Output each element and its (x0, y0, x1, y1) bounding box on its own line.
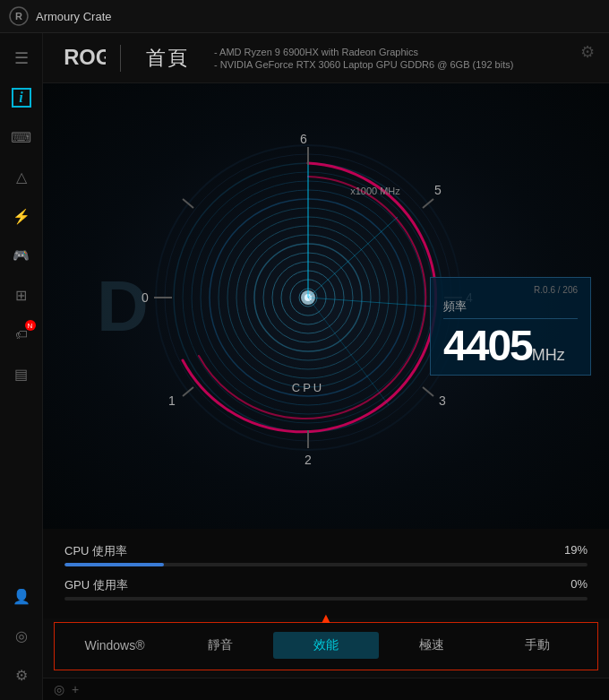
profile-icon: 👤 (13, 588, 30, 605)
freq-label: 頻率 (443, 298, 578, 319)
gauge-container: 6 5 4 3 2 1 0 x1000 MHz CPU (138, 127, 478, 468)
freq-value: 4405MHz (443, 324, 578, 367)
mode-tab-manual[interactable]: 手動 (485, 632, 590, 659)
sidebar-item-menu[interactable]: ☰ (4, 40, 39, 76)
freq-box-info: R.0.6 / 206 (534, 285, 578, 295)
info-icon: i (12, 88, 31, 108)
content-area: ROG 首頁 - AMD Ryzen 9 6900HX with Radeon … (43, 33, 609, 700)
svg-text:ROG: ROG (64, 45, 106, 69)
sidebar-item-aura[interactable]: △ (4, 159, 39, 194)
spec-cpu: - AMD Ryzen 9 6900HX with Radeon Graphic… (214, 47, 513, 57)
main-layout: ☰ i ⌨ △ ⚡ 🎮 ⊞ 🏷 N ▤ 👤 (0, 33, 609, 700)
sidebar-item-scenario[interactable]: ▤ (4, 356, 39, 392)
svg-text:x1000 MHz: x1000 MHz (350, 186, 400, 196)
aura-icon: △ (16, 169, 27, 186)
svg-text:CPU: CPU (292, 381, 324, 394)
sidebar-item-add[interactable]: ◎ (4, 618, 39, 653)
svg-text:R: R (15, 11, 22, 22)
gamevisual-icon: 🎮 (13, 247, 30, 264)
freq-display-box: R.0.6 / 206 頻率 4405MHz (430, 277, 591, 376)
sidebar-item-profile[interactable]: 👤 (4, 578, 39, 614)
mode-tab-quiet[interactable]: 靜音 (167, 632, 273, 659)
sidebar-item-lightning[interactable]: ⚡ (4, 198, 39, 234)
header: ROG 首頁 - AMD Ryzen 9 6900HX with Radeon … (43, 33, 609, 83)
sidebar-item-info[interactable]: i (4, 80, 39, 116)
svg-text:6: 6 (300, 132, 307, 146)
stat-value-gpu: 0% (570, 577, 588, 593)
gauge-svg: 6 5 4 3 2 1 0 x1000 MHz CPU (138, 127, 478, 468)
header-divider (120, 45, 121, 72)
stat-row-gpu: GPU 使用率 0% (64, 577, 588, 601)
stat-bar-track-cpu (64, 563, 588, 566)
stat-bar-track-gpu (64, 597, 588, 601)
mode-tab-windows[interactable]: Windows® (62, 633, 167, 658)
mode-tab-performance[interactable]: 效能 (273, 632, 379, 659)
settings-icon: ⚙ (15, 667, 28, 684)
app-title-text: Armoury Crate (36, 10, 112, 23)
mode-tab-turbo[interactable]: 極速 (379, 632, 485, 659)
tag-icon: 🏷 (15, 327, 28, 341)
stat-label-gpu: GPU 使用率 (64, 577, 128, 593)
sliders-icon: ⊞ (15, 287, 27, 304)
keyboard-icon: ⌨ (11, 129, 31, 146)
bottom-circle-icon[interactable]: ◎ (54, 682, 64, 696)
sidebar-item-sliders[interactable]: ⊞ (4, 277, 39, 313)
svg-text:5: 5 (434, 183, 442, 197)
svg-text:2: 2 (304, 453, 312, 467)
stat-row-cpu: CPU 使用率 19% (64, 543, 588, 566)
sidebar-item-gamevisual[interactable]: 🎮 (4, 238, 39, 273)
sidebar-bottom: 👤 ◎ ⚙ (4, 578, 39, 700)
bottom-add-icon[interactable]: + (72, 682, 79, 696)
stat-value-cpu: 19% (564, 543, 588, 559)
sidebar-item-tag[interactable]: 🏷 N (4, 316, 39, 352)
rog-logo: ROG (61, 42, 106, 73)
sidebar-item-keyboard[interactable]: ⌨ (4, 119, 39, 155)
sidebar: ☰ i ⌨ △ ⚡ 🎮 ⊞ 🏷 N ▤ 👤 (0, 33, 43, 700)
freq-unit: MHz (532, 346, 565, 364)
gauge-area: D (43, 83, 609, 529)
add-icon: ◎ (15, 627, 28, 644)
right-settings-icon[interactable]: ⚙ (580, 42, 595, 62)
svg-text:3: 3 (439, 393, 446, 408)
svg-text:1: 1 (168, 393, 176, 408)
header-specs: - AMD Ryzen 9 6900HX with Radeon Graphic… (214, 47, 513, 70)
lightning-icon: ⚡ (13, 208, 30, 225)
stat-header-cpu: CPU 使用率 19% (64, 543, 588, 559)
app-icon: R (9, 6, 29, 26)
badge-n: N (25, 320, 36, 331)
svg-text:0: 0 (142, 290, 149, 305)
stat-label-cpu: CPU 使用率 (64, 543, 127, 559)
freq-box-header: R.0.6 / 206 (443, 285, 578, 295)
menu-icon: ☰ (14, 48, 29, 68)
bottom-bar: ◎ + (43, 678, 609, 700)
svg-line-23 (308, 217, 398, 298)
scenario-icon: ▤ (14, 366, 28, 383)
spec-gpu: - NVIDIA GeForce RTX 3060 Laptop GPU GDD… (214, 59, 513, 70)
sidebar-item-settings[interactable]: ⚙ (4, 657, 39, 693)
title-bar: R Armoury Crate (0, 0, 609, 33)
stat-bar-fill-cpu (64, 563, 164, 566)
freq-number: 4405 (443, 322, 532, 369)
stat-header-gpu: GPU 使用率 0% (64, 577, 588, 593)
stats-area: CPU 使用率 19% GPU 使用率 0% (43, 529, 609, 618)
mode-tabs: Windows® 靜音 效能 極速 手動 (55, 623, 597, 668)
mode-arrow-icon: ▲ (319, 610, 333, 627)
mode-selector: ▲ Windows® 靜音 效能 極速 手動 (54, 622, 598, 670)
page-title: 首頁 (146, 45, 189, 72)
